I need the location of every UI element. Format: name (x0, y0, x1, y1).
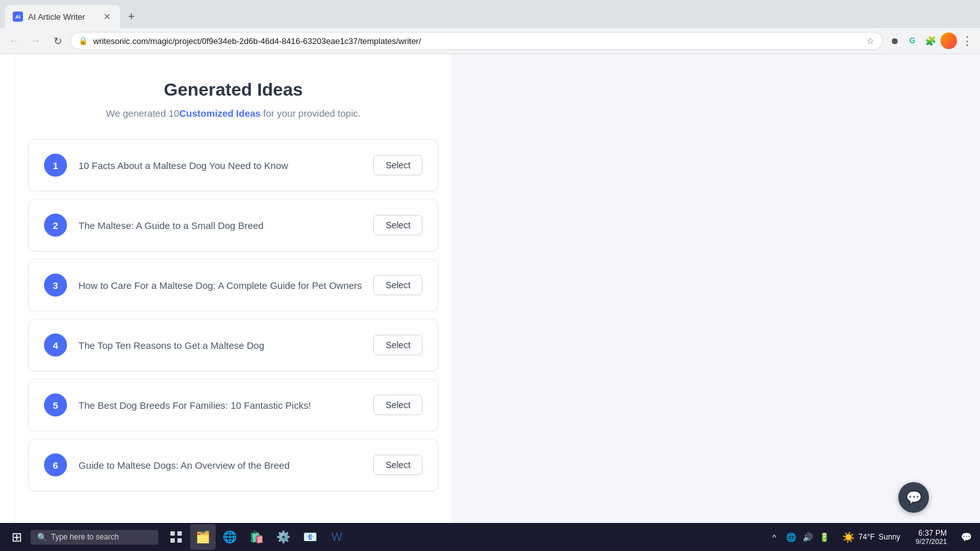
select-button-5[interactable]: Select (373, 395, 422, 415)
select-button-3[interactable]: Select (373, 275, 422, 295)
taskbar-edge[interactable]: 🌐 (217, 524, 242, 550)
page-title: Generated Ideas (28, 80, 438, 100)
idea-card-6: 6 Guide to Maltese Dogs: An Overview of … (28, 439, 438, 491)
systray-chevron[interactable]: ^ (767, 529, 782, 545)
browser-chrome: AI AI Article Writer ✕ + ← → ↻ 🔒 writeso… (0, 0, 980, 54)
idea-number-badge-6: 6 (44, 453, 67, 476)
idea-number-badge-2: 2 (44, 214, 67, 237)
left-sidebar (0, 54, 15, 551)
taskbar-file-explorer[interactable]: 🗂️ (190, 524, 216, 550)
idea-card-3: 3 How to Care For a Maltese Dog: A Compl… (28, 259, 438, 311)
idea-title-1: 10 Facts About a Maltese Dog You Need to… (78, 160, 362, 171)
select-button-1[interactable]: Select (373, 155, 422, 175)
taskbar-word[interactable]: W (324, 524, 350, 550)
idea-card-1: 1 10 Facts About a Maltese Dog You Need … (28, 139, 438, 191)
extensions-icon[interactable]: 🧩 (923, 33, 938, 48)
taskbar-search-text: Type here to search (51, 533, 119, 541)
bookmark-icon[interactable]: ☆ (866, 36, 875, 46)
taskbar: ⊞ 🔍 Type here to search 🗂️ 🌐 🛍️ ⚙️ 📧 W ^… (0, 523, 980, 551)
taskbar-outlook[interactable]: 📧 (297, 524, 323, 550)
page-wrapper: Generated Ideas We generated 10Customize… (0, 54, 980, 551)
taskbar-search[interactable]: 🔍 Type here to search (31, 530, 158, 545)
idea-card-4: 4 The Top Ten Reasons to Get a Maltese D… (28, 319, 438, 371)
taskbar-store[interactable]: 🛍️ (244, 524, 269, 550)
weather-temp: 74°F (859, 533, 875, 541)
idea-number-badge-3: 3 (44, 274, 67, 297)
idea-title-5: The Best Dog Breeds For Families: 10 Fan… (78, 400, 362, 411)
subtitle: We generated 10Customized Ideas for your… (28, 108, 438, 119)
svg-rect-2 (170, 538, 175, 543)
address-text: writesonic.com/magic/project/0f9e34eb-2d… (93, 36, 861, 46)
taskbar-apps: 🗂️ 🌐 🛍️ ⚙️ 📧 W (163, 524, 350, 550)
active-tab[interactable]: AI AI Article Writer ✕ (5, 5, 120, 28)
weather-widget[interactable]: ☀️ 74°F Sunny (837, 529, 906, 546)
tab-bar: AI AI Article Writer ✕ + (0, 0, 980, 28)
idea-number-badge-1: 1 (44, 154, 67, 177)
subtitle-suffix: for your provided topic. (260, 108, 360, 119)
address-bar[interactable]: 🔒 writesonic.com/magic/project/0f9e34eb-… (70, 32, 883, 50)
new-tab-button[interactable]: + (122, 8, 140, 26)
chat-widget-icon: 💬 (906, 490, 922, 505)
systray-network[interactable]: 🌐 (783, 529, 799, 545)
clock-date: 9/27/2021 (916, 538, 947, 545)
weather-desc: Sunny (879, 533, 900, 541)
tab-favicon: AI (13, 11, 23, 22)
lock-icon: 🔒 (78, 36, 88, 45)
weather-icon: ☀️ (842, 531, 855, 543)
tab-title: AI Article Writer (28, 12, 97, 22)
systray-icons: ^ 🌐 🔊 🔋 (767, 529, 832, 545)
subtitle-count: 10 (168, 108, 179, 119)
idea-title-6: Guide to Maltese Dogs: An Overview of th… (78, 460, 362, 471)
record-extension-icon[interactable]: ⏺ (887, 33, 902, 48)
profile-avatar[interactable] (940, 33, 957, 49)
grammarly-extension-icon[interactable]: G (905, 33, 920, 48)
systray-battery[interactable]: 🔋 (817, 529, 832, 545)
select-button-6[interactable]: Select (373, 455, 422, 475)
idea-number-badge-5: 5 (44, 393, 67, 416)
start-button[interactable]: ⊞ (5, 525, 28, 548)
address-bar-row: ← → ↻ 🔒 writesonic.com/magic/project/0f9… (0, 28, 980, 54)
ideas-list: 1 10 Facts About a Maltese Dog You Need … (28, 139, 438, 491)
clock-time: 6:37 PM (918, 529, 947, 538)
more-options-button[interactable]: ⋮ (960, 33, 975, 48)
extension-icons: ⏺ G 🧩 ⋮ (887, 33, 975, 49)
select-button-2[interactable]: Select (373, 215, 422, 235)
select-button-4[interactable]: Select (373, 335, 422, 355)
reload-button[interactable]: ↻ (48, 32, 66, 50)
subtitle-highlight: Customized Ideas (179, 108, 261, 119)
main-content: Generated Ideas We generated 10Customize… (15, 54, 451, 551)
forward-button[interactable]: → (27, 32, 45, 50)
tab-close-button[interactable]: ✕ (102, 10, 112, 23)
idea-title-4: The Top Ten Reasons to Get a Maltese Dog (78, 340, 362, 351)
subtitle-prefix: We generated (106, 108, 168, 119)
idea-number-badge-4: 4 (44, 334, 67, 356)
clock-widget[interactable]: 6:37 PM 9/27/2021 (910, 527, 952, 547)
taskbar-task-view[interactable] (163, 524, 189, 550)
taskbar-search-icon: 🔍 (37, 533, 47, 542)
back-button[interactable]: ← (5, 32, 23, 50)
taskbar-systray: ^ 🌐 🔊 🔋 ☀️ 74°F Sunny 6:37 PM 9/27/2021 … (767, 527, 975, 547)
svg-rect-3 (177, 538, 182, 543)
idea-card-5: 5 The Best Dog Breeds For Families: 10 F… (28, 379, 438, 431)
chat-widget-button[interactable]: 💬 (898, 482, 929, 513)
svg-rect-0 (170, 531, 175, 536)
svg-rect-1 (177, 531, 182, 536)
taskbar-chrome[interactable]: ⚙️ (271, 524, 296, 550)
idea-title-3: How to Care For a Maltese Dog: A Complet… (78, 280, 362, 291)
systray-volume[interactable]: 🔊 (800, 529, 815, 545)
notification-button[interactable]: 💬 (957, 528, 975, 546)
idea-card-2: 2 The Maltese: A Guide to a Small Dog Br… (28, 199, 438, 251)
idea-title-2: The Maltese: A Guide to a Small Dog Bree… (78, 220, 362, 231)
